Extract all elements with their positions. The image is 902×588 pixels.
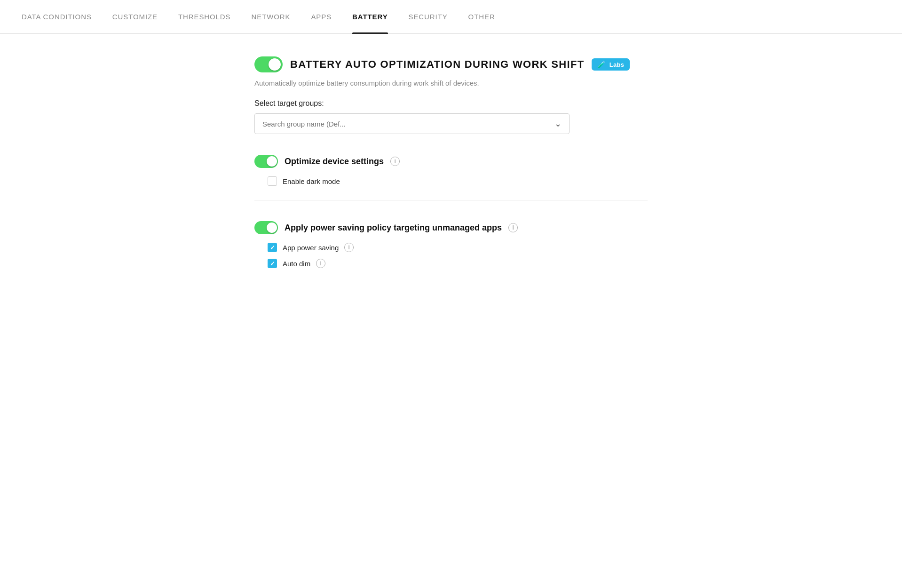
optimize-device-title: Optimize device settings bbox=[285, 157, 384, 167]
optimize-device-info-icon[interactable]: i bbox=[390, 157, 400, 166]
power-saving-header: Apply power saving policy targeting unma… bbox=[254, 221, 648, 234]
dark-mode-checkbox[interactable] bbox=[268, 176, 277, 186]
main-content: BATTERY AUTO OPTIMIZATION DURING WORK SH… bbox=[239, 34, 663, 297]
power-saving-section: Apply power saving policy targeting unma… bbox=[254, 221, 648, 268]
nav-item-thresholds[interactable]: THRESHOLDS bbox=[168, 0, 241, 34]
section-divider bbox=[254, 200, 648, 200]
app-power-saving-info-icon[interactable]: i bbox=[344, 243, 354, 252]
dark-mode-row: Enable dark mode bbox=[268, 176, 648, 186]
battery-optimization-toggle[interactable] bbox=[254, 56, 283, 72]
power-saving-info-icon[interactable]: i bbox=[508, 223, 518, 232]
power-saving-toggle[interactable] bbox=[254, 221, 278, 234]
nav-item-data-conditions[interactable]: DATA CONDITIONS bbox=[11, 0, 102, 34]
select-groups-label: Select target groups: bbox=[254, 99, 648, 108]
auto-dim-checkbox[interactable] bbox=[268, 259, 277, 268]
dark-mode-label: Enable dark mode bbox=[283, 177, 340, 185]
battery-optimization-section: BATTERY AUTO OPTIMIZATION DURING WORK SH… bbox=[254, 56, 648, 134]
auto-dim-info-icon[interactable]: i bbox=[316, 259, 325, 268]
app-power-saving-row: App power saving i bbox=[268, 243, 648, 252]
nav-bar: DATA CONDITIONS CUSTOMIZE THRESHOLDS NET… bbox=[0, 0, 902, 34]
optimize-device-header: Optimize device settings i bbox=[254, 155, 648, 168]
nav-item-other[interactable]: OTHER bbox=[458, 0, 506, 34]
section-description: Automatically optimize battery consumpti… bbox=[254, 79, 648, 87]
section-title: BATTERY AUTO OPTIMIZATION DURING WORK SH… bbox=[290, 58, 584, 71]
group-search-input[interactable] bbox=[262, 120, 554, 128]
section-header: BATTERY AUTO OPTIMIZATION DURING WORK SH… bbox=[254, 56, 648, 72]
flask-icon: 🧪 bbox=[597, 60, 606, 69]
optimize-device-section: Optimize device settings i Enable dark m… bbox=[254, 155, 648, 200]
power-saving-title: Apply power saving policy targeting unma… bbox=[285, 223, 502, 233]
nav-item-battery[interactable]: BATTERY bbox=[342, 0, 398, 34]
app-power-saving-label: App power saving bbox=[283, 244, 339, 252]
nav-item-customize[interactable]: CUSTOMIZE bbox=[102, 0, 168, 34]
auto-dim-label: Auto dim bbox=[283, 260, 310, 268]
app-power-saving-checkbox[interactable] bbox=[268, 243, 277, 252]
nav-item-apps[interactable]: APPS bbox=[301, 0, 342, 34]
labs-badge: 🧪 Labs bbox=[592, 58, 630, 71]
group-search-dropdown[interactable]: ⌄ bbox=[254, 113, 570, 134]
nav-item-network[interactable]: NETWORK bbox=[241, 0, 301, 34]
auto-dim-row: Auto dim i bbox=[268, 259, 648, 268]
nav-item-security[interactable]: SECURITY bbox=[398, 0, 458, 34]
chevron-down-icon: ⌄ bbox=[554, 119, 562, 129]
optimize-device-toggle[interactable] bbox=[254, 155, 278, 168]
